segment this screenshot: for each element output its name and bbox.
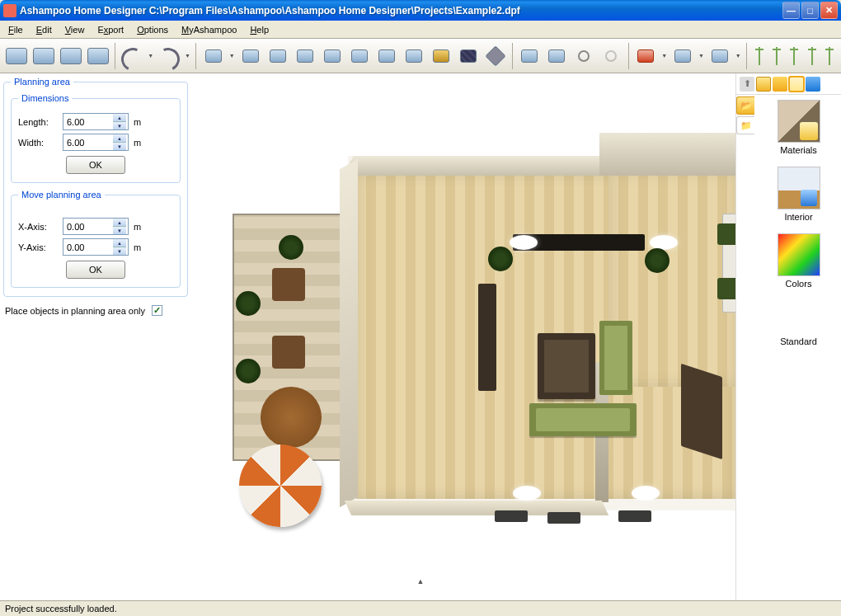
tool-redo-dropdown[interactable]: ▼	[184, 53, 192, 59]
ceiling-lamp	[513, 486, 541, 501]
tool-nav-2[interactable]	[544, 43, 570, 69]
tool-shape-9[interactable]	[428, 43, 453, 69]
window-title: Ashampoo Home Designer C:\Program Files\…	[20, 5, 782, 16]
y-spinner[interactable]: ▲▼	[63, 238, 129, 256]
tool-home-drop[interactable]: ▼	[660, 53, 669, 59]
catalog-favorites-icon[interactable]	[773, 77, 787, 92]
catalog-item-colors[interactable]: Colors	[778, 233, 820, 289]
tool-view3d-1[interactable]	[3, 43, 29, 69]
menu-view[interactable]: View	[59, 22, 92, 37]
tool-shape-8[interactable]	[401, 43, 426, 69]
width-up[interactable]: ▲	[113, 134, 126, 143]
tool-pole-2[interactable]	[768, 44, 784, 68]
catalog-object-icon[interactable]	[806, 77, 820, 92]
catalog-up-icon[interactable]: ⬆	[740, 77, 754, 92]
maximize-button[interactable]: □	[801, 2, 819, 19]
status-bar: Project successfully loaded.	[0, 600, 841, 616]
tool-zoom-in[interactable]	[571, 43, 597, 69]
status-text: Project successfully loaded.	[5, 604, 117, 614]
floorplan-3d	[233, 106, 735, 552]
planning-area-group: Planning area Dimensions Length: ▲▼ m Wi…	[3, 77, 188, 297]
place-objects-checkbox[interactable]: ✓	[152, 305, 162, 316]
design-canvas[interactable]	[191, 73, 735, 600]
plant	[645, 248, 670, 273]
y-input[interactable]	[63, 239, 113, 255]
tool-shape-4[interactable]	[292, 43, 317, 69]
x-up[interactable]: ▲	[113, 219, 126, 227]
menu-help[interactable]: Help	[243, 22, 275, 37]
tool-pole-5[interactable]	[821, 44, 837, 68]
length-input[interactable]	[63, 114, 113, 129]
plant	[488, 247, 513, 271]
menu-options[interactable]: Options	[130, 22, 175, 37]
dining-chair	[717, 278, 735, 299]
move-ok-button[interactable]: OK	[66, 261, 125, 279]
tool-shape-7[interactable]	[374, 43, 399, 69]
tool-nav-1[interactable]	[517, 43, 543, 69]
x-input[interactable]	[63, 219, 113, 234]
tool-view3d-2[interactable]	[31, 43, 56, 69]
width-spinner[interactable]: ▲▼	[63, 134, 129, 151]
tool-shape-3[interactable]	[265, 43, 290, 69]
catalog-folder-1-icon[interactable]	[756, 77, 771, 92]
tool-home[interactable]	[633, 43, 659, 69]
close-button[interactable]: ✕	[820, 2, 838, 19]
y-unit: m	[134, 242, 141, 252]
tool-zoom-out[interactable]	[599, 43, 624, 69]
x-down[interactable]: ▼	[113, 227, 126, 234]
menu-file[interactable]: File	[2, 22, 30, 37]
tool-shape-flat[interactable]	[482, 43, 508, 69]
standard-label: Standard	[780, 336, 817, 346]
tool-view3d-3[interactable]	[58, 43, 83, 69]
tool-level[interactable]	[670, 43, 696, 69]
tool-shape-1[interactable]	[200, 43, 226, 69]
move-legend: Move planning area	[18, 190, 105, 200]
tool-shape-5[interactable]	[319, 43, 345, 69]
tool-shape-roof[interactable]	[455, 43, 481, 69]
main-toolbar: ▼ ▼ ▼ ▼ ▼ ▼	[0, 39, 841, 73]
tool-group-drop[interactable]: ▼	[734, 53, 742, 59]
radiator	[618, 510, 651, 522]
tool-group[interactable]	[707, 43, 732, 69]
y-down[interactable]: ▼	[113, 247, 126, 255]
radiator	[495, 510, 528, 522]
width-input[interactable]	[63, 134, 113, 150]
length-unit: m	[134, 117, 141, 127]
window-titlebar: Ashampoo Home Designer C:\Program Files\…	[0, 0, 841, 21]
menu-myashampoo[interactable]: MyAshampoo	[175, 22, 243, 37]
catalog-item-standard[interactable]: Standard	[780, 336, 817, 346]
x-spinner[interactable]: ▲▼	[63, 218, 129, 235]
tool-undo[interactable]	[120, 43, 145, 69]
tool-shape-1-drop[interactable]: ▼	[228, 53, 236, 59]
width-down[interactable]: ▼	[113, 143, 126, 150]
minimize-button[interactable]: —	[782, 2, 800, 19]
length-up[interactable]: ▲	[113, 114, 126, 122]
tool-pole-3[interactable]	[787, 44, 802, 68]
menu-edit[interactable]: Edit	[30, 22, 59, 37]
sofa-large	[529, 403, 637, 436]
tool-undo-dropdown[interactable]: ▼	[147, 53, 155, 59]
menu-export[interactable]: Export	[91, 22, 130, 37]
tool-level-drop[interactable]: ▼	[698, 53, 706, 59]
tool-pole-1[interactable]	[751, 44, 767, 68]
tool-view3d-4[interactable]	[85, 43, 110, 69]
bottom-collapse-handle[interactable]: ▲	[0, 577, 841, 585]
tool-shape-2[interactable]	[237, 43, 263, 69]
y-up[interactable]: ▲	[113, 239, 126, 247]
catalog-tab-open[interactable]: 📂	[736, 96, 754, 115]
length-down[interactable]: ▼	[113, 122, 126, 129]
catalog-tab-closed[interactable]: 📁	[736, 116, 754, 134]
x-unit: m	[134, 222, 141, 232]
length-spinner[interactable]: ▲▼	[63, 113, 129, 130]
catalog-item-materials[interactable]: Materials	[778, 100, 820, 155]
catalog-item-interior[interactable]: Interior	[778, 167, 820, 222]
catalog-folder-open-icon[interactable]	[789, 77, 804, 92]
ceiling-lamp	[510, 235, 538, 250]
tool-redo[interactable]	[157, 43, 182, 69]
move-group: Move planning area X-Axis: ▲▼ m Y-Axis: …	[11, 190, 181, 288]
dimensions-legend: Dimensions	[18, 93, 72, 103]
workspace: Planning area Dimensions Length: ▲▼ m Wi…	[0, 73, 841, 600]
tool-shape-6[interactable]	[346, 43, 372, 69]
tool-pole-4[interactable]	[804, 44, 820, 68]
dimensions-ok-button[interactable]: OK	[66, 156, 125, 174]
